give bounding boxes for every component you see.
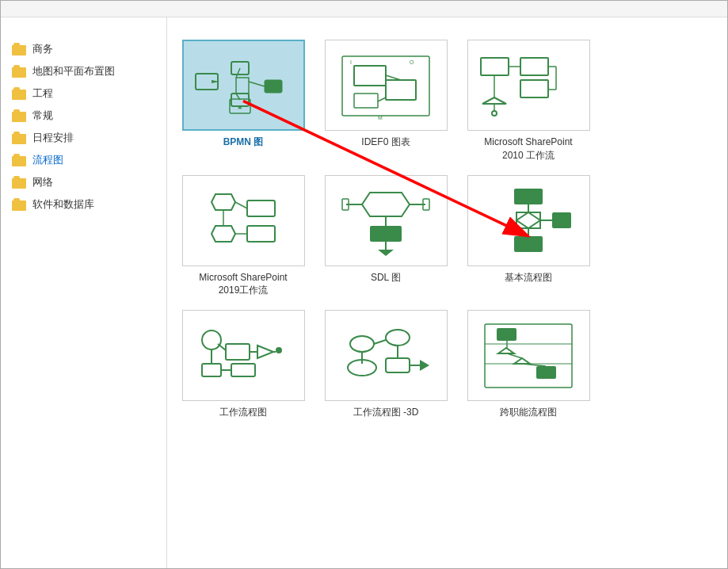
svg-text:I: I <box>350 59 352 65</box>
svg-rect-59 <box>226 344 250 360</box>
template-thumb-work3d <box>325 310 448 401</box>
dialog-body: 商务地图和平面布置图工程常规日程安排流程图网络软件和数据库 ▣ BPMN 图 <box>1 17 727 568</box>
sidebar-item-network[interactable]: 网络 <box>7 171 160 193</box>
category-list: 商务地图和平面布置图工程常规日程安排流程图网络软件和数据库 <box>7 38 160 216</box>
template-label-bpmn: BPMN 图 <box>223 136 264 149</box>
category-label: 商务 <box>32 42 53 56</box>
sidebar-item-software[interactable]: 软件和数据库 <box>7 193 160 216</box>
template-label-work3d: 工作流程图 -3D <box>353 406 419 419</box>
template-item-cross[interactable]: 跨职能流程图 <box>465 310 592 419</box>
folder-icon <box>12 43 28 55</box>
category-label: 流程图 <box>32 153 63 167</box>
template-item-work3d[interactable]: 工作流程图 -3D <box>322 310 449 419</box>
svg-marker-33 <box>212 194 235 210</box>
sidebar-item-business[interactable]: 商务 <box>7 38 160 60</box>
folder-icon <box>12 87 28 100</box>
template-item-bpmn[interactable]: ▣ BPMN 图 <box>180 40 307 162</box>
category-label: 常规 <box>32 109 53 123</box>
template-item-sp2010[interactable]: Microsoft SharePoint 2010 工作流 <box>465 40 592 162</box>
svg-point-68 <box>350 336 374 352</box>
svg-line-18 <box>378 97 386 101</box>
svg-rect-42 <box>370 226 402 242</box>
templates-grid: ▣ BPMN 图 I O M IDEF0 图表 Microsoft ShareP… <box>180 40 715 419</box>
svg-text:O: O <box>410 59 414 65</box>
category-label: 日程安排 <box>32 131 74 145</box>
category-label: 工程 <box>32 86 53 101</box>
template-item-sdl[interactable]: SDL 图 <box>322 175 449 298</box>
sidebar-item-general[interactable]: 常规 <box>7 105 160 127</box>
template-thumb-bpmn: ▣ <box>182 40 305 131</box>
svg-rect-83 <box>536 366 556 379</box>
svg-rect-9 <box>265 80 282 93</box>
template-panel: ▣ BPMN 图 I O M IDEF0 图表 Microsoft ShareP… <box>167 17 727 568</box>
svg-line-10 <box>249 82 265 86</box>
sidebar-item-flowchart[interactable]: 流程图 <box>7 149 160 171</box>
template-label-sp2010: Microsoft SharePoint 2010 工作流 <box>484 136 572 162</box>
svg-line-37 <box>235 202 247 208</box>
template-thumb-idef0: I O M <box>325 40 448 131</box>
svg-line-58 <box>218 344 226 350</box>
svg-rect-35 <box>247 200 275 216</box>
svg-rect-74 <box>386 358 410 372</box>
folder-icon <box>12 132 28 144</box>
template-thumb-basic <box>467 175 590 266</box>
svg-marker-44 <box>378 250 394 256</box>
svg-line-7 <box>236 68 240 78</box>
svg-marker-40 <box>362 193 410 216</box>
dialog-title-bar <box>1 1 727 17</box>
svg-marker-6 <box>236 78 249 94</box>
template-label-work: 工作流程图 <box>219 406 267 419</box>
svg-rect-65 <box>231 364 255 376</box>
template-thumb-cross <box>467 310 590 401</box>
sidebar-item-schedule[interactable]: 日程安排 <box>7 127 160 149</box>
svg-rect-49 <box>514 189 543 204</box>
svg-marker-52 <box>516 212 540 228</box>
svg-rect-28 <box>520 80 548 97</box>
svg-rect-22 <box>481 58 509 75</box>
svg-rect-56 <box>514 236 543 252</box>
sidebar-item-map[interactable]: 地图和平面布置图 <box>7 60 160 82</box>
folder-icon <box>12 198 28 211</box>
folder-icon <box>12 109 28 122</box>
svg-text:▣: ▣ <box>238 105 242 109</box>
svg-point-32 <box>492 111 497 116</box>
template-label-cross: 跨职能流程图 <box>500 406 557 419</box>
category-label: 地图和平面布置图 <box>32 64 115 78</box>
template-label-idef0: IDEF0 图表 <box>361 136 410 149</box>
folder-icon <box>12 154 28 166</box>
svg-marker-76 <box>420 360 429 371</box>
svg-rect-80 <box>497 328 516 341</box>
svg-marker-29 <box>482 97 506 104</box>
svg-rect-36 <box>247 226 275 242</box>
svg-marker-61 <box>257 346 273 358</box>
folder-icon <box>12 176 28 189</box>
svg-rect-17 <box>354 94 378 108</box>
svg-rect-24 <box>520 58 548 75</box>
svg-rect-14 <box>354 66 386 86</box>
svg-point-72 <box>386 330 410 346</box>
sidebar-item-engineering[interactable]: 工程 <box>7 82 160 105</box>
svg-rect-54 <box>552 212 571 228</box>
folder-icon <box>12 65 28 78</box>
svg-marker-34 <box>212 226 235 242</box>
svg-point-57 <box>202 330 221 349</box>
template-item-sp2019[interactable]: Microsoft SharePoint 2019工作流 <box>180 175 307 298</box>
template-item-idef0[interactable]: I O M IDEF0 图表 <box>322 40 449 162</box>
svg-line-71 <box>374 340 386 344</box>
svg-rect-63 <box>202 364 221 376</box>
dialog: 商务地图和平面布置图工程常规日程安排流程图网络软件和数据库 ▣ BPMN 图 <box>0 0 728 569</box>
svg-marker-82 <box>514 358 530 364</box>
template-label-sdl: SDL 图 <box>371 271 401 284</box>
template-item-basic[interactable]: 基本流程图 <box>465 175 592 298</box>
template-thumb-work <box>182 310 305 401</box>
template-item-work[interactable]: 工作流程图 <box>180 310 307 419</box>
template-label-sp2019: Microsoft SharePoint 2019工作流 <box>199 271 287 298</box>
svg-text:M: M <box>378 115 383 120</box>
svg-rect-15 <box>386 80 416 100</box>
svg-point-66 <box>276 347 282 353</box>
template-thumb-sp2019 <box>182 175 305 266</box>
svg-marker-81 <box>498 348 514 353</box>
category-panel: 商务地图和平面布置图工程常规日程安排流程图网络软件和数据库 <box>1 17 167 568</box>
category-label: 网络 <box>32 175 53 189</box>
template-thumb-sp2010 <box>467 40 590 131</box>
